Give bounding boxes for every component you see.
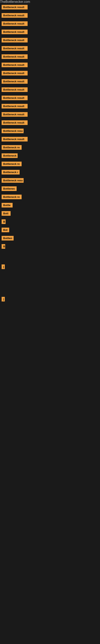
list-item <box>0 290 100 295</box>
list-item: Bottleneck result <box>0 4 100 12</box>
list-item <box>0 257 100 263</box>
list-item: Bottleneck r <box>0 169 100 176</box>
list-item: Bottleneck <box>0 152 100 160</box>
bottleneck-result-label: Bottleneck result <box>1 21 28 26</box>
bottleneck-result-label: Bottlenec <box>1 186 17 191</box>
bottleneck-result-label: Bottleneck re <box>1 145 22 150</box>
list-item: Bottleneck result <box>0 136 100 144</box>
list-item: Bottleneck result <box>0 20 100 28</box>
bottleneck-result-label: Bottleneck result <box>1 96 28 100</box>
list-item: Bottlenec <box>0 185 100 193</box>
bottleneck-result-label: Bot <box>1 228 9 232</box>
bottleneck-result-label: Bottleneck result <box>1 137 28 142</box>
bottleneck-result-label: Bottleneck resu <box>1 128 24 133</box>
list-item: Bottleneck re <box>0 160 100 168</box>
list-item: Bottleneck result <box>0 45 100 53</box>
bottleneck-result-label: Bottleneck result <box>1 13 28 18</box>
list-item: Bottleneck result <box>0 37 100 44</box>
list-item: B <box>0 243 100 251</box>
bottleneck-result-label: Bottleneck result <box>1 46 28 51</box>
list-item: Bottleneck resu <box>0 128 100 135</box>
list-item: Bottleneck resu <box>0 177 100 185</box>
list-item: Bottleneck result <box>0 111 100 119</box>
list-item: Bottlen <box>0 235 100 242</box>
bottleneck-result-label: Bottleneck result <box>1 104 28 108</box>
site-title: TheBottlenecker.com <box>0 0 100 4</box>
list-item: Bottleneck result <box>0 86 100 94</box>
bottleneck-result-label: | <box>1 264 5 269</box>
list-item: Bot <box>0 226 100 234</box>
bottleneck-result-label: Bottleneck result <box>1 30 28 34</box>
list-item: Bottleneck result <box>0 70 100 78</box>
list-item: Bottleneck re <box>0 144 100 152</box>
list-item <box>0 251 100 257</box>
list-item: Bottleneck result <box>0 53 100 61</box>
list-item: B <box>0 218 100 226</box>
bottleneck-result-label: Bottleneck result <box>1 120 28 125</box>
list-item: Bottle <box>0 202 100 210</box>
bottleneck-result-label: Bottlen <box>1 236 14 240</box>
bottleneck-result-label: Bottleneck r <box>1 170 20 174</box>
bottleneck-result-label: Bottle <box>1 203 13 208</box>
list-item: Bottleneck result <box>0 62 100 69</box>
bottleneck-result-label: | <box>1 297 5 302</box>
list-item <box>0 284 100 289</box>
bottleneck-result-label: Bott <box>1 211 11 216</box>
bottleneck-result-label: Bottleneck result <box>1 62 28 67</box>
list-item: Bottleneck result <box>0 78 100 86</box>
list-item: Bottleneck re <box>0 194 100 201</box>
list-item: | <box>0 296 100 304</box>
bottleneck-result-label: Bottleneck result <box>1 5 28 10</box>
bottleneck-result-label: Bottleneck re <box>1 162 22 166</box>
bottleneck-result-label: Bottleneck <box>1 153 18 158</box>
bottleneck-result-label: Bottleneck re <box>1 194 22 199</box>
list-item <box>0 272 100 277</box>
bottleneck-result-label: Bottleneck result <box>1 87 28 92</box>
bottleneck-result-label: Bottleneck resu <box>1 178 24 183</box>
bottleneck-result-label: Bottleneck result <box>1 112 28 117</box>
bottleneck-result-label: B <box>1 244 5 249</box>
list-item: Bottleneck result <box>0 103 100 110</box>
bottleneck-result-label: Bottleneck result <box>1 54 28 59</box>
list-item: Bott <box>0 210 100 218</box>
bottleneck-result-label: Bottleneck result <box>1 38 28 42</box>
bottleneck-result-label: B <box>1 219 6 224</box>
list-item: Bottleneck result <box>0 94 100 102</box>
list-item <box>0 278 100 283</box>
list-item: Bottleneck result <box>0 28 100 36</box>
list-item: | <box>0 263 100 271</box>
list-item: Bottleneck result <box>0 119 100 127</box>
list-item: Bottleneck result <box>0 12 100 20</box>
bottleneck-result-label: Bottleneck result <box>1 71 28 76</box>
bottleneck-result-label: Bottleneck result <box>1 79 28 84</box>
